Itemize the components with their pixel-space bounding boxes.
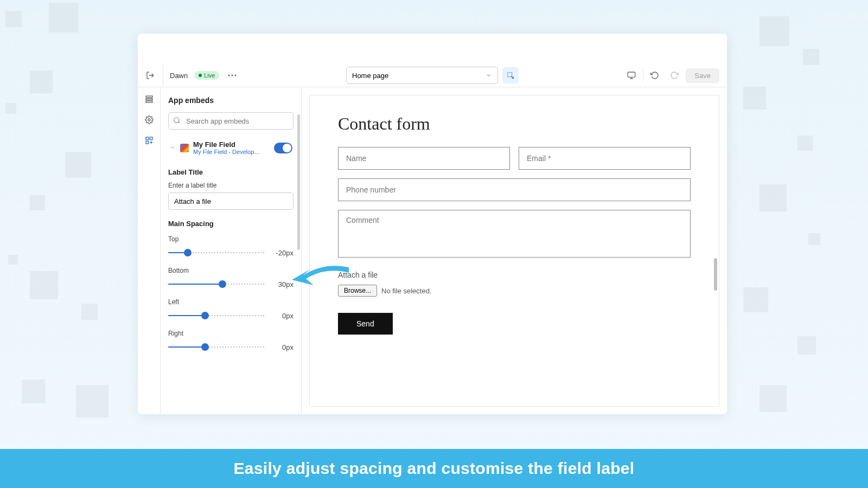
slider-right-label: Right — [168, 330, 293, 337]
attach-file-label: Attach a file — [338, 271, 691, 279]
slider-top[interactable] — [168, 246, 265, 259]
embed-toggle[interactable] — [274, 143, 292, 153]
save-button: Save — [686, 68, 719, 83]
email-field[interactable] — [519, 147, 691, 170]
svg-point-2 — [232, 75, 233, 76]
spacing-section-heading: Main Spacing — [168, 220, 293, 228]
svg-rect-14 — [146, 141, 149, 144]
search-icon — [173, 117, 181, 126]
label-title-section-heading: Label Title — [168, 168, 293, 176]
slider-left[interactable] — [168, 309, 265, 322]
main-area: App embeds My File Field My File Field -… — [138, 87, 727, 414]
embed-title: My File Field — [193, 140, 270, 149]
theme-settings-icon[interactable] — [144, 114, 155, 125]
preview-canvas: Contact form Attach a file Browse... No … — [302, 87, 727, 414]
svg-rect-5 — [628, 72, 635, 77]
slider-right-value: 0px — [271, 343, 293, 351]
topbar: Dawn Live Home page Save — [138, 64, 727, 87]
svg-point-1 — [228, 75, 230, 76]
marketing-caption: Easily adjust spacing and customise the … — [0, 449, 868, 488]
desktop-view-icon[interactable] — [623, 67, 640, 84]
slider-top-label: Top — [168, 235, 293, 243]
svg-point-17 — [174, 118, 179, 123]
settings-panel: App embeds My File Field My File Field -… — [161, 87, 302, 414]
redo-icon — [666, 67, 682, 84]
app-embed-item: My File Field My File Field - Develop… — [168, 137, 293, 158]
preview-scrollbar[interactable] — [714, 258, 717, 291]
comment-field[interactable] — [338, 210, 691, 258]
slider-right[interactable] — [168, 341, 265, 354]
embed-subtitle: My File Field - Develop… — [193, 149, 270, 155]
svg-rect-13 — [150, 137, 152, 140]
selection-tool-button[interactable] — [502, 67, 519, 84]
svg-point-3 — [235, 75, 237, 76]
slider-bottom[interactable] — [168, 278, 265, 291]
svg-point-11 — [148, 119, 150, 121]
chevron-down-icon[interactable] — [169, 143, 176, 153]
callout-arrow-icon — [286, 254, 352, 297]
contact-form-heading: Contact form — [338, 114, 691, 134]
svg-rect-9 — [146, 99, 152, 100]
send-button[interactable]: Send — [338, 313, 393, 335]
exit-icon[interactable] — [145, 70, 155, 80]
panel-title: App embeds — [168, 96, 293, 105]
panel-scrollbar[interactable] — [297, 114, 300, 250]
phone-field[interactable] — [338, 178, 691, 201]
label-title-input[interactable] — [168, 192, 293, 210]
slider-left-value: 0px — [271, 312, 293, 320]
more-icon[interactable] — [226, 72, 239, 79]
svg-rect-8 — [146, 96, 152, 98]
chevron-down-icon — [486, 72, 492, 79]
name-field[interactable] — [338, 147, 510, 170]
side-rail — [138, 87, 161, 414]
svg-rect-12 — [146, 137, 149, 140]
preview-frame: Contact form Attach a file Browse... No … — [309, 95, 719, 407]
caption-text: Easily adjust spacing and customise the … — [234, 459, 635, 478]
search-input[interactable] — [168, 112, 293, 130]
undo-icon[interactable] — [647, 67, 663, 84]
app-window: Dawn Live Home page Save — [138, 34, 727, 414]
label-help-text: Enter a label title — [168, 182, 293, 189]
slider-left-label: Left — [168, 298, 293, 306]
svg-line-18 — [178, 122, 180, 124]
app-badge-icon — [180, 144, 189, 152]
svg-rect-10 — [146, 101, 152, 102]
file-status: No file selected. — [381, 287, 432, 295]
theme-name: Dawn — [170, 72, 188, 80]
app-embeds-icon[interactable] — [144, 135, 155, 146]
live-badge: Live — [194, 71, 219, 80]
page-select[interactable]: Home page — [346, 67, 498, 84]
slider-bottom-label: Bottom — [168, 267, 293, 274]
sections-icon[interactable] — [144, 94, 155, 105]
